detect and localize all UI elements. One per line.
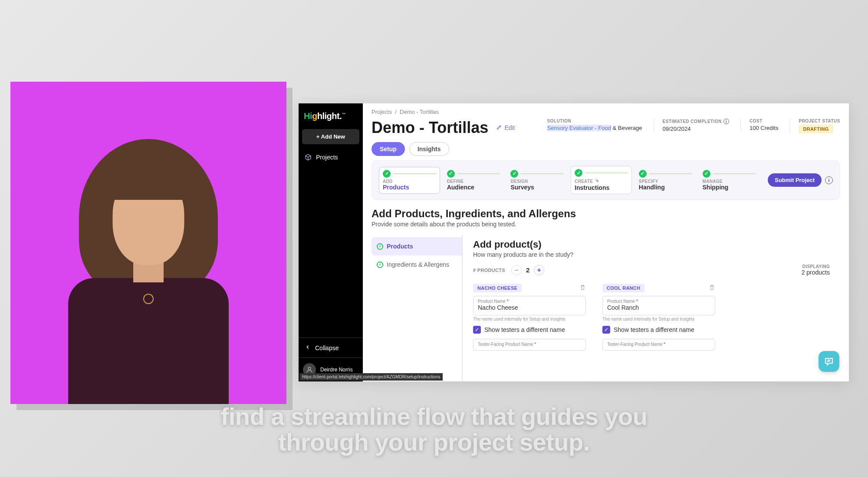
sub-sidebar: ✓ Products ✓ Ingredients & Allergens xyxy=(372,235,463,381)
breadcrumb: Projects / Demo - Tortillas xyxy=(363,103,849,117)
field-hint: The name used internally for Setup and I… xyxy=(602,317,715,321)
check-icon: ✓ xyxy=(377,243,383,250)
sub-item-label: Ingredients & Allergens xyxy=(387,261,449,268)
edit-button[interactable]: Edit xyxy=(496,124,515,132)
checkbox-label: Show testers a different name xyxy=(484,326,565,333)
form-area: Add product(s) How many products are in … xyxy=(463,235,840,381)
presenter-video-panel xyxy=(10,82,286,404)
tab-row: Setup Insights xyxy=(363,142,849,160)
step-main: Surveys xyxy=(510,184,564,191)
section-head: Add Products, Ingredients, and Allergens… xyxy=(363,208,849,230)
step-surveys[interactable]: ✓ DESIGN Surveys xyxy=(507,167,567,193)
url-tooltip: https://client-portal.letshighlight.com/… xyxy=(299,373,443,381)
chat-button[interactable] xyxy=(819,351,839,372)
sidebar: Highlight.™ + Add New Projects Collapse … xyxy=(299,103,363,381)
field-hint: The name used internally for Setup and I… xyxy=(473,317,586,321)
header-row: Demo - Tortillas Edit SOLUTION Sensory E… xyxy=(363,117,849,142)
status-badge: DRAFTING xyxy=(799,125,833,133)
video-caption: find a streamline flow that guides you t… xyxy=(0,404,868,455)
add-new-button[interactable]: + Add New xyxy=(302,129,359,144)
delete-product-button[interactable] xyxy=(709,284,715,292)
user-name: Deirdre Norris xyxy=(320,367,353,373)
step-shipping[interactable]: ✓ MANAGE Shipping xyxy=(699,167,760,193)
field-label: Tester-Facing Product Name xyxy=(478,342,533,347)
displaying-label: DISPLAYING xyxy=(802,264,830,269)
step-sub: DESIGN xyxy=(510,179,564,184)
sub-item-ingredients[interactable]: ✓ Ingredients & Allergens xyxy=(372,255,462,274)
form-title: Add product(s) xyxy=(473,239,830,250)
step-products[interactable]: ✓ ADD Products xyxy=(379,167,440,194)
section-desc: Provide some details about the products … xyxy=(372,221,840,228)
product-name-input[interactable] xyxy=(607,304,710,311)
tester-name-field[interactable]: Tester-Facing Product Name * xyxy=(602,339,715,351)
sub-item-label: Products xyxy=(387,242,413,250)
product-name-field[interactable]: Product Name * xyxy=(473,296,586,315)
step-main: Instructions xyxy=(575,184,628,191)
meta-label: SOLUTION xyxy=(547,119,642,123)
check-icon: ✓ xyxy=(510,170,518,178)
step-main: Audience xyxy=(447,184,500,191)
step-sub: CREATE xyxy=(575,179,593,184)
solution-link[interactable]: Sensory Evaluator - Food xyxy=(547,125,611,131)
logo: Highlight.™ xyxy=(299,103,363,126)
step-main: Handling xyxy=(639,184,692,191)
meta-completion: ESTIMATED COMPLETION i 09/20/2024 xyxy=(654,119,729,132)
count-value: 2 xyxy=(526,266,529,274)
info-icon[interactable]: i xyxy=(825,176,833,184)
info-icon[interactable]: i xyxy=(723,119,729,124)
chevron-left-icon xyxy=(305,344,311,351)
step-main: Shipping xyxy=(703,184,756,191)
step-sub: SPECIFY xyxy=(639,179,692,184)
sub-item-products[interactable]: ✓ Products xyxy=(372,237,462,255)
show-testers-checkbox[interactable]: ✓ xyxy=(473,326,481,334)
tester-name-field[interactable]: Tester-Facing Product Name * xyxy=(473,339,586,351)
breadcrumb-current: Demo - Tortillas xyxy=(400,109,439,115)
cursor-icon xyxy=(595,178,600,184)
meta-label: PROJECT STATUS xyxy=(799,119,840,123)
collapse-button[interactable]: Collapse xyxy=(299,338,363,358)
product-card: NACHO CHEESE Product Name * The name use… xyxy=(473,284,586,352)
form-sub: How many products are in the study? xyxy=(473,251,830,258)
main-content: Projects / Demo - Tortillas Demo - Torti… xyxy=(363,103,849,381)
meta-status: PROJECT STATUS DRAFTING xyxy=(789,119,840,133)
field-label: Product Name xyxy=(607,299,635,304)
show-testers-checkbox[interactable]: ✓ xyxy=(602,326,610,334)
tab-insights[interactable]: Insights xyxy=(409,142,449,156)
submit-project-button[interactable]: Submit Project xyxy=(768,173,822,187)
step-instructions[interactable]: ✓ CREATE Instructions xyxy=(571,166,632,194)
check-icon: ✓ xyxy=(447,170,455,178)
cube-icon xyxy=(305,154,312,161)
app-window: Highlight.™ + Add New Projects Collapse … xyxy=(299,103,849,381)
sidebar-item-projects[interactable]: Projects xyxy=(299,148,363,167)
breadcrumb-root[interactable]: Projects xyxy=(372,109,392,115)
delete-product-button[interactable] xyxy=(579,284,586,292)
cost-value: 100 Credits xyxy=(750,125,778,131)
decrement-button[interactable]: − xyxy=(511,265,522,275)
increment-button[interactable]: + xyxy=(534,265,544,275)
meta-cost: COST 100 Credits xyxy=(740,119,778,131)
sidebar-item-label: Projects xyxy=(316,154,338,161)
step-main: Products xyxy=(383,184,436,191)
product-card: COOL RANCH Product Name * The name used … xyxy=(602,284,715,352)
product-name-field[interactable]: Product Name * xyxy=(602,296,715,315)
edit-label: Edit xyxy=(504,124,515,131)
stepper-bar: ✓ ADD Products ✓ DEFINE Audience ✓ DESIG… xyxy=(372,160,840,200)
product-name-input[interactable] xyxy=(478,304,581,311)
caption-line: through your project setup. xyxy=(0,430,868,455)
quantity-stepper: − 2 + xyxy=(511,265,544,275)
meta-label: COST xyxy=(750,119,778,123)
field-label: Product Name xyxy=(478,299,506,304)
step-handling[interactable]: ✓ SPECIFY Handling xyxy=(635,167,696,193)
collapse-label: Collapse xyxy=(315,344,339,351)
checkbox-label: Show testers a different name xyxy=(614,326,694,333)
step-sub: MANAGE xyxy=(703,179,756,184)
svg-point-0 xyxy=(308,367,311,370)
check-icon: ✓ xyxy=(703,170,710,178)
meta-label: ESTIMATED COMPLETION xyxy=(663,119,722,124)
tab-setup[interactable]: Setup xyxy=(372,142,405,156)
section-title: Add Products, Ingredients, and Allergens xyxy=(372,208,840,220)
step-audience[interactable]: ✓ DEFINE Audience xyxy=(444,167,504,193)
presenter-figure xyxy=(57,143,240,404)
meta-solution: SOLUTION Sensory Evaluator - Food & Beve… xyxy=(547,119,642,131)
check-icon: ✓ xyxy=(639,170,647,178)
